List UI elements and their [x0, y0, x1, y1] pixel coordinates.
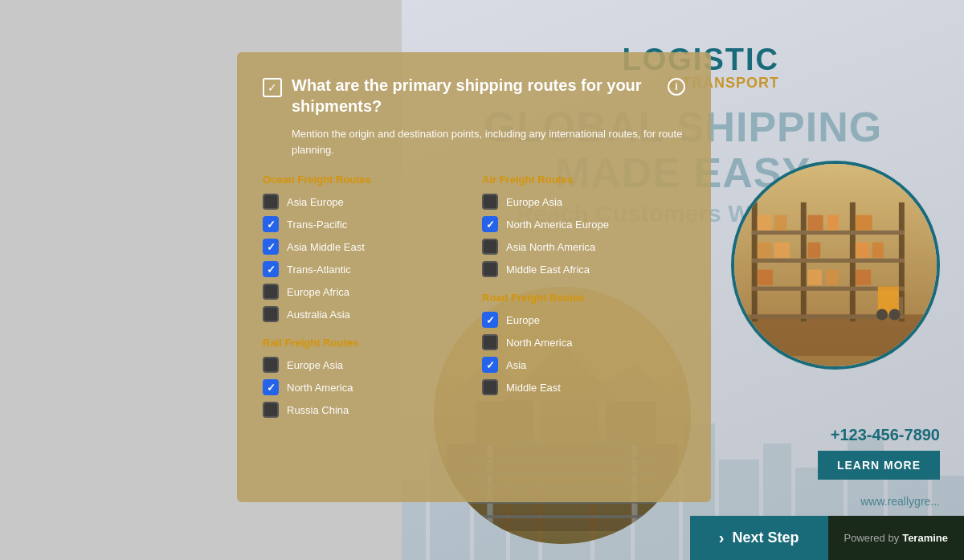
- modal-description: Mention the origin and destination point…: [263, 126, 685, 157]
- ocean-trans-atlantic-label: Trans-Atlantic: [287, 264, 351, 276]
- bottom-bar: › Next Step Powered by Teramine: [0, 516, 964, 560]
- road-europe-checkbox[interactable]: [482, 312, 498, 328]
- air-north-america-europe-checkbox[interactable]: [482, 216, 498, 232]
- list-item: Russia China: [263, 402, 466, 418]
- ocean-trans-pacific-label: Trans-Pacific: [287, 219, 347, 231]
- rail-freight-list: Europe Asia North America Russia China: [263, 357, 466, 418]
- svg-rect-25: [757, 215, 770, 230]
- svg-rect-21: [751, 230, 904, 234]
- air-north-america-europe-label: North America Europe: [506, 219, 609, 231]
- next-step-label: Next Step: [732, 529, 799, 546]
- website-text: www.reallygre...: [860, 495, 940, 508]
- ocean-asia-europe-label: Asia Europe: [287, 196, 344, 208]
- list-item: Asia Middle East: [263, 239, 466, 255]
- svg-rect-34: [872, 242, 883, 257]
- list-item: Europe: [482, 312, 685, 328]
- svg-rect-30: [757, 242, 770, 257]
- list-item: Asia North America: [482, 239, 685, 255]
- modal-info-icon[interactable]: i: [668, 78, 685, 96]
- air-europe-asia-label: Europe Asia: [506, 196, 562, 208]
- ocean-asia-middle-east-checkbox[interactable]: [263, 239, 279, 255]
- svg-rect-32: [807, 242, 820, 257]
- rail-russia-china-label: Russia China: [287, 404, 349, 416]
- warehouse-image-circle-2: [731, 161, 940, 370]
- list-item: Europe Asia: [263, 357, 466, 373]
- ocean-trans-atlantic-checkbox[interactable]: [263, 261, 279, 277]
- phone-number: +123-456-7890: [818, 426, 940, 444]
- ocean-australia-asia-label: Australia Asia: [287, 309, 350, 321]
- svg-rect-33: [855, 242, 868, 257]
- svg-rect-27: [807, 215, 823, 230]
- road-north-america-checkbox[interactable]: [482, 334, 498, 350]
- warehouse-scene: [734, 164, 937, 366]
- ocean-trans-pacific-checkbox[interactable]: [263, 216, 279, 232]
- svg-point-41: [876, 309, 888, 320]
- powered-by-label: Powered by: [844, 532, 900, 544]
- svg-rect-26: [774, 215, 786, 230]
- next-step-button[interactable]: › Next Step: [690, 516, 828, 560]
- air-middle-east-africa-checkbox[interactable]: [482, 261, 498, 277]
- road-asia-checkbox[interactable]: [482, 357, 498, 373]
- warehouse-shelves-icon: [745, 174, 927, 357]
- svg-rect-35: [757, 269, 772, 284]
- rail-europe-asia-label: Europe Asia: [287, 359, 343, 371]
- modal-header: ✓ What are the primary shipping routes f…: [263, 75, 685, 116]
- list-item: Europe Asia: [482, 194, 685, 210]
- road-freight-title: Road Freight Routes: [482, 292, 685, 304]
- rail-europe-asia-checkbox[interactable]: [263, 357, 279, 373]
- list-item: Asia Europe: [263, 194, 466, 210]
- ocean-asia-middle-east-label: Asia Middle East: [287, 241, 365, 253]
- road-middle-east-label: Middle East: [506, 382, 561, 394]
- list-item: North America Europe: [482, 216, 685, 232]
- list-item: Trans-Atlantic: [263, 261, 466, 277]
- road-freight-list: Europe North America Asia Middle East: [482, 312, 685, 395]
- air-europe-asia-checkbox[interactable]: [482, 194, 498, 210]
- learn-more-button[interactable]: LEARN MORE: [818, 451, 940, 480]
- sections-grid: Ocean Freight Routes Asia Europe Trans-P…: [263, 174, 685, 432]
- ocean-europe-africa-label: Europe Africa: [287, 286, 349, 298]
- air-freight-title: Air Freight Routes: [482, 174, 685, 186]
- svg-rect-22: [751, 258, 904, 262]
- svg-rect-36: [807, 269, 821, 284]
- svg-point-42: [888, 309, 900, 320]
- air-asia-north-america-checkbox[interactable]: [482, 239, 498, 255]
- rail-freight-title: Rail Freight Routes: [263, 337, 466, 349]
- powered-by-brand: Teramine: [902, 532, 948, 544]
- road-europe-label: Europe: [506, 314, 540, 326]
- list-item: Europe Africa: [263, 284, 466, 300]
- rail-russia-china-checkbox[interactable]: [263, 402, 279, 418]
- list-item: Middle East Africa: [482, 261, 685, 277]
- road-middle-east-checkbox[interactable]: [482, 379, 498, 395]
- ocean-europe-africa-checkbox[interactable]: [263, 284, 279, 300]
- road-north-america-label: North America: [506, 337, 572, 349]
- svg-rect-29: [855, 215, 872, 230]
- rail-north-america-checkbox[interactable]: [263, 379, 279, 395]
- modal-card: ✓ What are the primary shipping routes f…: [237, 52, 711, 502]
- modal-check-icon: ✓: [263, 78, 282, 97]
- list-item: Trans-Pacific: [263, 216, 466, 232]
- ocean-freight-title: Ocean Freight Routes: [263, 174, 466, 186]
- ocean-freight-list: Asia Europe Trans-Pacific Asia Middle Ea…: [263, 194, 466, 322]
- list-item: Australia Asia: [263, 306, 466, 322]
- right-column: Air Freight Routes Europe Asia North Ame…: [482, 174, 685, 432]
- air-asia-north-america-label: Asia North America: [506, 241, 595, 253]
- svg-rect-37: [826, 269, 839, 284]
- air-middle-east-africa-label: Middle East Africa: [506, 264, 590, 276]
- svg-rect-38: [855, 269, 870, 284]
- list-item: North America: [263, 379, 466, 395]
- rail-north-america-label: North America: [287, 382, 353, 394]
- list-item: North America: [482, 334, 685, 350]
- list-item: Asia: [482, 357, 685, 373]
- ocean-australia-asia-checkbox[interactable]: [263, 306, 279, 322]
- road-asia-label: Asia: [506, 359, 526, 371]
- contact-area: +123-456-7890 LEARN MORE: [818, 426, 940, 480]
- modal-title: What are the primary shipping routes for…: [292, 75, 658, 116]
- air-freight-list: Europe Asia North America Europe Asia No…: [482, 194, 685, 277]
- ocean-asia-europe-checkbox[interactable]: [263, 194, 279, 210]
- powered-by-badge: Powered by Teramine: [828, 516, 965, 560]
- next-arrow-icon: ›: [719, 529, 725, 547]
- svg-rect-28: [827, 215, 839, 230]
- svg-rect-31: [774, 242, 789, 257]
- list-item: Middle East: [482, 379, 685, 395]
- left-column: Ocean Freight Routes Asia Europe Trans-P…: [263, 174, 466, 432]
